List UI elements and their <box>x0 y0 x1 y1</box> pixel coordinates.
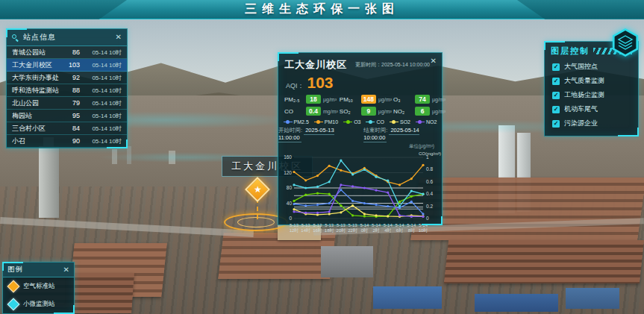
station-aqi: 79 <box>65 99 80 107</box>
station-panel-header: 站点信息 ✕ <box>7 29 127 46</box>
svg-text:5-14: 5-14 <box>395 223 404 227</box>
svg-text:5-14: 5-14 <box>407 223 416 227</box>
checkbox-checked-icon[interactable]: ✓ <box>552 78 560 85</box>
svg-text:2时: 2时 <box>372 228 379 233</box>
scene-building <box>127 146 131 164</box>
pollutant-grid: PM₂.₅18µg/m³PM₁₀148µg/m³O₃74µg/m³CO0.4mg… <box>278 92 442 117</box>
scene-building <box>321 246 373 277</box>
legend-label: PM10 <box>325 119 338 125</box>
station-list-panel: 站点信息 ✕ 青城公园站8605-14 10时工大金川校区10305-14 10… <box>6 28 128 148</box>
popup-title: 工大金川校区 <box>284 58 347 72</box>
station-row[interactable]: 大学东街办事处9205-14 10时 <box>7 72 127 84</box>
svg-text:40: 40 <box>287 201 293 206</box>
pollutant-cell: NO₂6µg/m³ <box>393 107 446 116</box>
layer-item[interactable]: ✓大气国控点 <box>551 60 632 74</box>
station-name: 工大金川校区 <box>12 60 62 70</box>
pollutant-cell: PM₂.₅18µg/m³ <box>284 95 338 104</box>
svg-text:0.4: 0.4 <box>426 191 433 196</box>
pollutant-value-chip: 9 <box>361 107 376 116</box>
station-aqi: 86 <box>65 48 80 56</box>
station-name: 呼和浩特监测站 <box>12 86 62 95</box>
chart-legend-item[interactable]: CO <box>366 119 384 125</box>
map-legend-panel: 图例 ✕ 空气标准站小微监测站 <box>2 262 75 314</box>
search-icon[interactable] <box>12 34 19 41</box>
chart-legend-item[interactable]: PM2.5 <box>284 119 309 125</box>
scene-warehouse <box>566 288 619 309</box>
checkbox-checked-icon[interactable]: ✓ <box>552 92 560 99</box>
legend-label: SO2 <box>400 119 410 125</box>
svg-text:0.8: 0.8 <box>426 166 433 172</box>
pollutant-cell: PM₁₀148µg/m³ <box>340 95 392 104</box>
svg-text:18时: 18时 <box>325 228 334 233</box>
chart-legend-item[interactable]: PM10 <box>314 119 338 125</box>
pollutant-cell: SO₂9µg/m³ <box>340 107 392 116</box>
scene-warehouse <box>373 286 442 309</box>
layer-label: 工地扬尘监测 <box>564 90 604 100</box>
legend-line-icon <box>390 120 398 125</box>
legend-line-icon <box>284 120 293 125</box>
end-time-label: 结束时间: <box>363 127 387 134</box>
pollutant-trend-chart: 0408012016000.20.40.60.81CO(mg/m³)5-1312… <box>279 150 443 238</box>
time-range-row: 开始时间: 2025-05-13 11:00:00 结束时间: 2025-05-… <box>278 125 442 142</box>
svg-text:5-14: 5-14 <box>360 223 369 227</box>
checkbox-checked-icon[interactable]: ✓ <box>552 106 560 113</box>
station-name: 大学东街办事处 <box>12 73 62 83</box>
station-aqi: 84 <box>65 125 80 132</box>
layer-label: 大气国控点 <box>564 62 598 72</box>
layer-item[interactable]: ✓污染源企业 <box>551 116 632 131</box>
scene-building <box>39 146 59 218</box>
station-name: 小召 <box>12 136 62 146</box>
marker-ground-halo-inner <box>237 217 275 227</box>
checkbox-checked-icon[interactable]: ✓ <box>552 120 560 128</box>
station-row[interactable]: 小召9005-14 10时 <box>7 135 127 148</box>
app-window: 工大金川校区 ★ 三维生态环保一张图 站点信息 ✕ 青城公园站8605-14 1… <box>0 0 644 314</box>
layer-item[interactable]: ✓机动车尾气 <box>551 102 632 116</box>
chart-legend-item[interactable]: NO2 <box>416 119 437 125</box>
station-aqi: 92 <box>65 74 80 81</box>
svg-text:0.6: 0.6 <box>426 179 433 184</box>
legend-label: CO <box>376 119 384 125</box>
legend-item: 小微监测站 <box>3 295 74 313</box>
legend-panel-title: 图例 <box>7 265 63 274</box>
station-row[interactable]: 北山公园7905-14 10时 <box>7 97 127 110</box>
legend-diamond-icon <box>7 280 20 293</box>
pollutant-name: CO <box>284 108 304 115</box>
pollutant-value-chip: 6 <box>415 107 430 116</box>
popup-close-icon[interactable]: ✕ <box>431 57 437 65</box>
station-name: 梅园站 <box>12 111 62 121</box>
layer-item[interactable]: ✓工地扬尘监测 <box>551 88 632 102</box>
station-row[interactable]: 工大金川校区10305-14 10时 <box>7 59 127 72</box>
legend-panel-header: 图例 ✕ <box>3 263 74 277</box>
scene-building <box>169 151 175 164</box>
layer-item[interactable]: ✓大气质量监测 <box>551 74 632 88</box>
station-row[interactable]: 呼和浩特监测站8805-14 10时 <box>7 84 127 97</box>
station-aqi: 90 <box>65 137 80 145</box>
layers-hexagon-icon[interactable] <box>611 28 640 57</box>
chart-unit-note: 单位(µg/m³) <box>278 142 442 150</box>
svg-text:8时: 8时 <box>408 228 415 233</box>
checkbox-checked-icon[interactable]: ✓ <box>552 63 560 71</box>
pollutant-unit: µg/m³ <box>323 97 337 102</box>
station-row[interactable]: 青城公园站8605-14 10时 <box>7 46 127 59</box>
station-aqi: 103 <box>65 61 80 69</box>
station-name: 北山公园 <box>12 98 62 108</box>
svg-text:5-14: 5-14 <box>419 223 428 227</box>
marker-glyph-icon: ★ <box>254 185 262 194</box>
station-list: 青城公园站8605-14 10时工大金川校区10305-14 10时大学东街办事… <box>7 46 127 148</box>
legend-close-icon[interactable]: ✕ <box>63 266 69 274</box>
svg-text:5-13: 5-13 <box>290 223 299 227</box>
station-time: 05-14 10时 <box>83 112 122 120</box>
legend-label: NO2 <box>426 119 437 125</box>
station-row[interactable]: 梅园站9505-14 10时 <box>7 110 127 122</box>
station-aqi: 88 <box>65 87 80 94</box>
station-row[interactable]: 三合村小区8405-14 10时 <box>7 122 127 135</box>
svg-text:0: 0 <box>289 216 292 221</box>
close-icon[interactable]: ✕ <box>116 34 122 41</box>
pollutant-value-chip: 148 <box>361 95 376 104</box>
chart-legend-item[interactable]: SO2 <box>390 119 410 125</box>
legend-line-icon <box>416 120 425 125</box>
chart-legend-item[interactable]: O3 <box>343 119 360 125</box>
layer-label: 大气质量监测 <box>564 76 604 86</box>
svg-text:5-13: 5-13 <box>325 223 334 227</box>
svg-text:0.2: 0.2 <box>426 204 433 209</box>
